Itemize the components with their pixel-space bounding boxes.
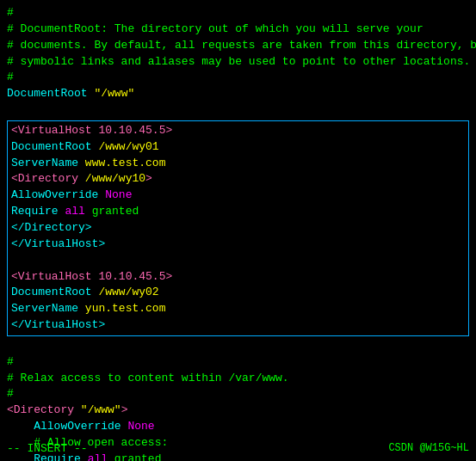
line-docroot: DocumentRoot "/www" [7, 86, 469, 102]
line-1: # [7, 5, 469, 22]
virtual-host-box: <VirtualHost 10.10.45.5> DocumentRoot /w… [7, 120, 469, 336]
vhost-blank [11, 253, 465, 269]
vhost2-close: </VirtualHost> [11, 317, 465, 334]
line-4: # symbolic links and aliases may be used… [7, 54, 469, 71]
insert-mode-label: -- INSERT -- [7, 441, 88, 458]
line-c3: # [7, 386, 469, 403]
vhost1-require: Require all granted [11, 204, 465, 220]
vhost1-servername: ServerName www.test.com [11, 156, 465, 172]
line-3: # documents. By default, all requests ar… [7, 38, 469, 54]
vhost1-docroot: DocumentRoot /www/wy01 [11, 139, 465, 156]
vhost2-open: <VirtualHost 10.10.45.5> [11, 269, 465, 286]
line-blank2 [7, 338, 469, 354]
line-2: # DocumentRoot: The directory out of whi… [7, 22, 469, 38]
dir1-allow: AllowOverride None [7, 419, 469, 435]
line-blank1 [7, 102, 469, 119]
vhost1-open: <VirtualHost 10.10.45.5> [11, 123, 465, 139]
line-c2: # Relax access to content within /var/ww… [7, 371, 469, 387]
line-5: # [7, 70, 469, 86]
terminal-window: # # DocumentRoot: The directory out of w… [0, 0, 476, 461]
vhost1-dir-close: </Directory> [11, 220, 465, 237]
vhost1-close: </VirtualHost> [11, 237, 465, 253]
dir1-open: <Directory "/www"> [7, 403, 469, 419]
watermark-label: CSDN @W15G~HL [388, 441, 469, 458]
vhost2-docroot: DocumentRoot /www/wy02 [11, 285, 465, 301]
line-c1: # [7, 354, 469, 371]
vhost1-allowoverride: AllowOverride None [11, 187, 465, 204]
status-bar: -- INSERT -- CSDN @W15G~HL [0, 441, 476, 458]
vhost1-dir-open: <Directory /www/wy10> [11, 171, 465, 187]
vhost2-servername: ServerName yun.test.com [11, 301, 465, 317]
